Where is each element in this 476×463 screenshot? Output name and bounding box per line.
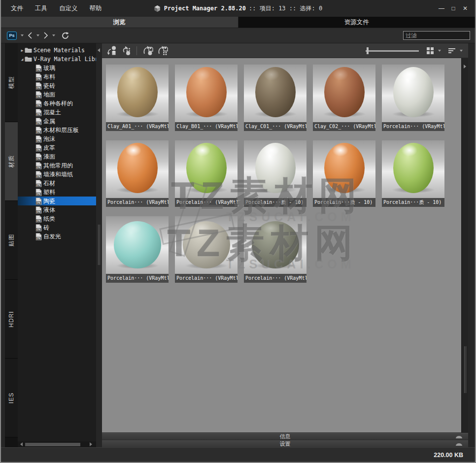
tree-category-item[interactable]: MAT 瓷砖 [18, 81, 96, 90]
photoshop-dropdown-caret-icon[interactable] [21, 34, 24, 36]
tree-category-label: 金属 [43, 117, 55, 126]
material-tile[interactable]: Clay_C01_··· (VRayMtl) [244, 65, 306, 131]
tree-category-label: 自发光 [43, 232, 61, 241]
tree-category-item[interactable]: MAT 混凝土 [18, 108, 96, 117]
thumbnail-size-slider[interactable] [366, 47, 419, 54]
material-thumbnail [106, 140, 169, 198]
tree-category-item[interactable]: MAT 塑料 [18, 188, 96, 197]
side-tab[interactable]: 模型 [5, 43, 18, 122]
sort-caret-icon[interactable] [460, 50, 463, 52]
tree-category-item[interactable]: MAT 皮革 [18, 143, 96, 152]
svg-text:MAT: MAT [37, 166, 41, 168]
save-materials-button[interactable] [156, 45, 169, 56]
expand-arrow-icon[interactable]: ▶ [18, 48, 25, 53]
side-tab[interactable]: HDRI [5, 280, 18, 359]
scrollbar-grip[interactable] [466, 346, 466, 393]
material-tile[interactable]: Porcelain···质 - 10) [313, 140, 375, 207]
material-file-icon: MAT [35, 118, 42, 125]
tree-category-item[interactable]: MAT 其他常用的 [18, 161, 96, 170]
forward-dropdown-caret-icon[interactable] [52, 34, 55, 36]
scroll-right-arrow-icon[interactable] [90, 442, 92, 446]
back-dropdown-caret-icon[interactable] [36, 34, 39, 36]
tree-category-item[interactable]: MAT 陶瓷 [18, 197, 96, 205]
tree-category-item[interactable]: MAT 自发光 [18, 232, 96, 241]
refresh-button[interactable] [60, 30, 70, 41]
slider-track[interactable] [366, 50, 419, 52]
material-caption: Porcelain···质 - 10) [244, 198, 306, 207]
filter-input[interactable] [403, 31, 470, 40]
tree-category-item[interactable]: MAT 墙漆和墙纸 [18, 170, 96, 179]
tree-category-label: 瓷砖 [43, 82, 55, 90]
material-sphere [324, 67, 365, 117]
tree-category-item[interactable]: MAT 纸类 [18, 214, 96, 223]
menu-item[interactable]: 工具 [30, 2, 52, 15]
close-button[interactable]: ✕ [460, 5, 470, 12]
tab-browse[interactable]: 浏览 [1, 17, 238, 28]
back-button[interactable] [27, 30, 34, 41]
material-tile[interactable]: Clay_B01_··· (VRayMtl) [175, 65, 238, 131]
tree-category-item[interactable]: MAT 石材 [18, 179, 96, 188]
material-tile[interactable]: Porcelain···质 - 10) [382, 140, 444, 207]
tree-root-item[interactable]: ◢ V-Ray Material Libra [18, 55, 96, 64]
view-mode-caret-icon[interactable] [438, 50, 441, 52]
assign-materials-button[interactable] [120, 45, 132, 56]
side-tab[interactable]: 贴图 [5, 201, 18, 280]
tree-category-item[interactable]: MAT 金属 [18, 117, 96, 126]
scrollbar-grip[interactable] [464, 346, 465, 393]
material-file-icon: MAT [35, 153, 42, 161]
tree-grid-splitter[interactable] [96, 43, 102, 447]
sort-button[interactable] [448, 47, 456, 54]
panel-grip-icon[interactable] [456, 436, 462, 438]
tree-category-item[interactable]: MAT 液体 [18, 205, 96, 214]
panel-grip-icon[interactable] [456, 443, 462, 446]
side-tab[interactable]: 材质 [5, 122, 18, 201]
collapse-left-arrow-icon[interactable] [98, 48, 100, 52]
settings-panel-bar[interactable]: 设置 [102, 440, 468, 447]
scroll-left-arrow-icon[interactable] [20, 442, 23, 446]
info-panel-bar[interactable]: 信息 [102, 433, 468, 440]
tree-root-item[interactable]: ▶ Scene Materials [18, 46, 96, 55]
menu-item[interactable]: 帮助 [85, 2, 107, 15]
tree-horizontal-scrollbar[interactable] [18, 441, 96, 447]
material-tile[interactable]: Porcelain··· (VRayMtl) [175, 216, 238, 283]
tree-category-item[interactable]: MAT 玻璃 [18, 64, 96, 72]
side-tab[interactable]: IES [5, 359, 18, 437]
photoshop-button[interactable]: Ps [6, 30, 18, 41]
material-tile[interactable]: Porcelain···质 - 10) [244, 140, 306, 207]
assign-material-button[interactable] [106, 45, 118, 56]
tree-category-item[interactable]: MAT 各种各样的 [18, 99, 96, 108]
material-tile[interactable]: Porcelain··· (VRayMtl) [175, 140, 238, 207]
slider-handle[interactable] [367, 47, 369, 54]
tree-category-item[interactable]: MAT 砖 [18, 223, 96, 232]
material-tile[interactable]: Porcelain··· (VRayMtl) [244, 216, 306, 283]
tab-asset-files[interactable]: 资源文件 [238, 17, 476, 28]
sort-icon [448, 47, 456, 54]
side-tab-label: 贴图 [7, 234, 16, 247]
material-tile[interactable]: Porcelain··· (VRayMtl) [382, 65, 444, 131]
menu-item[interactable]: 自定义 [54, 2, 83, 15]
expand-arrow-icon[interactable]: ◢ [18, 57, 25, 62]
material-tile[interactable]: Clay_C02_··· (VRayMtl) [313, 65, 375, 131]
scrollbar-thumb[interactable] [25, 443, 80, 446]
view-mode-button[interactable] [426, 47, 434, 55]
tree-category-item[interactable]: MAT 漆面 [18, 152, 96, 161]
menu-label: 文件 [11, 5, 23, 12]
forward-button[interactable] [42, 30, 49, 41]
material-tile[interactable]: Clay_A01_··· (VRayMtl) [106, 65, 169, 131]
material-tile[interactable]: Porcelain··· (VRayMtl) [106, 216, 169, 283]
save-material-button[interactable] [141, 45, 154, 56]
tree-category-label: 木材和层压板 [43, 126, 79, 134]
maximize-button[interactable]: □ [448, 5, 458, 12]
minimize-button[interactable]: — [437, 5, 446, 12]
right-collapsed-panel[interactable] [461, 58, 468, 432]
tree-category-item[interactable]: MAT 泡沫 [18, 134, 96, 143]
tree-category-item[interactable]: MAT 木材和层压板 [18, 126, 96, 134]
material-file-icon: MAT [35, 65, 42, 72]
material-tile[interactable]: Porcelain··· (VRayMtl) [106, 140, 169, 207]
expand-right-arrow-icon[interactable] [464, 65, 466, 68]
tree-category-item[interactable]: MAT 布料 [18, 72, 96, 81]
menu-item[interactable]: 文件 [6, 2, 28, 15]
chevron-right-icon [43, 32, 48, 39]
tree-category-item[interactable]: MAT 地面 [18, 90, 96, 99]
assign-materials-icon [120, 45, 132, 56]
